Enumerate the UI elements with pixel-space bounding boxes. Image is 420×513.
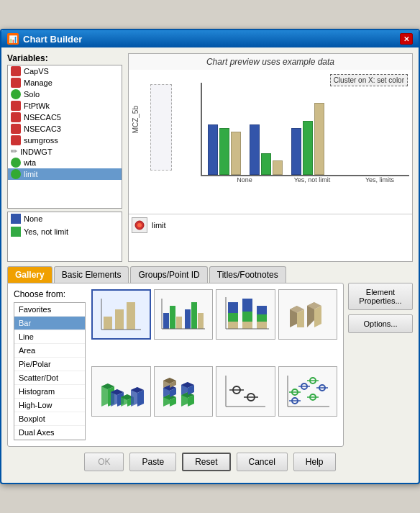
x-label-none: None xyxy=(215,176,274,183)
scale-icon xyxy=(11,112,21,122)
gallery-item-pie-polar[interactable]: Pie/Polar xyxy=(14,358,85,371)
bottom-buttons: OK Paste Reset Cancel Help xyxy=(7,447,413,477)
bar-tan-3 xyxy=(314,103,324,175)
main-panel: Choose from: Favorites Bar Line Area Pie… xyxy=(7,283,344,447)
thumbnail-3d-bar[interactable] xyxy=(278,289,338,340)
thumb-3d-stacked-svg xyxy=(160,372,206,412)
title-bar-left: 📊 Chart Builder xyxy=(7,33,82,45)
cancel-button[interactable]: Cancel xyxy=(237,453,288,471)
help-button[interactable]: Help xyxy=(293,453,336,471)
gallery-item-area[interactable]: Area xyxy=(14,344,85,358)
chart-legend: limit xyxy=(129,214,412,236)
svg-rect-10 xyxy=(185,309,191,329)
legend-icon-container xyxy=(132,217,147,233)
tab-titles-footnotes[interactable]: Titles/Footnotes xyxy=(209,266,286,283)
list-item[interactable]: Manage xyxy=(8,77,122,88)
gallery-item-boxplot[interactable]: Boxplot xyxy=(14,412,85,426)
bar-group-1 xyxy=(208,124,241,175)
main-content: Variables: CapVS Manage Solo xyxy=(1,47,419,483)
legend-item: None xyxy=(8,212,122,225)
svg-rect-9 xyxy=(176,317,182,329)
svg-rect-17 xyxy=(228,322,238,329)
var-name: Manage xyxy=(24,78,52,87)
scale-icon xyxy=(11,101,21,111)
thumb-clustered-bar-svg xyxy=(160,295,206,335)
svg-rect-23 xyxy=(257,322,267,329)
thumbnail-stacked-bar[interactable] xyxy=(216,289,275,340)
gallery-item-high-low[interactable]: High-Low xyxy=(14,399,85,412)
right-panel: ElementProperties... Options... xyxy=(348,283,413,447)
bar-blue-3 xyxy=(291,128,301,175)
bar-tan-2 xyxy=(273,160,283,175)
thumbnail-clustered-bar[interactable] xyxy=(154,289,214,340)
list-item[interactable]: ✏ INDWGT xyxy=(8,146,122,157)
gallery-item-dual-axes[interactable]: Dual Axes xyxy=(14,426,85,440)
svg-marker-43 xyxy=(137,390,144,407)
bar-blue-1 xyxy=(208,124,218,175)
var-name: wta xyxy=(24,158,36,167)
thumb-stacked-bar-svg xyxy=(222,295,269,335)
bar-group-2 xyxy=(250,124,283,175)
svg-rect-16 xyxy=(228,313,238,322)
var-name: CapVS xyxy=(24,67,49,76)
list-item[interactable]: CapVS xyxy=(8,65,122,77)
bar-group-3 xyxy=(291,103,324,175)
tab-groups-point-id[interactable]: Groups/Point ID xyxy=(130,266,207,283)
thumbnail-simple-bar[interactable] xyxy=(91,289,151,340)
bar-tan-1 xyxy=(231,132,241,175)
gallery-item-scatter-dot[interactable]: Scatter/Dot xyxy=(14,371,85,385)
thumb-simple-bar-svg xyxy=(98,295,145,335)
scale-icon xyxy=(11,135,21,145)
gallery-item-bar[interactable]: Bar xyxy=(14,317,85,330)
main-area: Choose from: Favorites Bar Line Area Pie… xyxy=(7,283,413,447)
svg-rect-21 xyxy=(257,306,267,314)
nominal-icon xyxy=(11,89,21,99)
drag-drop-zone[interactable] xyxy=(150,84,172,171)
gallery-list: Favorites Bar Line Area Pie/Polar Scatte… xyxy=(14,302,86,440)
svg-rect-20 xyxy=(242,322,252,329)
thumb-3d-bar-svg xyxy=(284,295,331,335)
choose-from-label: Choose from: xyxy=(14,289,86,299)
chart-preview-panel: Chart preview uses example data Cluster … xyxy=(128,53,413,262)
gallery-item-line[interactable]: Line xyxy=(14,330,85,344)
thumbnail-3d-stacked[interactable] xyxy=(154,366,214,417)
var-name: NSECAC5 xyxy=(24,113,61,122)
thumbnail-3d-clustered[interactable] xyxy=(91,366,151,417)
cluster-button[interactable]: Cluster on X: set color xyxy=(330,74,408,86)
pencil-icon: ✏ xyxy=(11,147,17,156)
reset-button[interactable]: Reset xyxy=(182,453,230,471)
close-button[interactable]: ✕ xyxy=(400,33,413,45)
paste-button[interactable]: Paste xyxy=(129,453,176,471)
ok-button[interactable]: OK xyxy=(84,453,124,471)
top-section: Variables: CapVS Manage Solo xyxy=(7,53,413,262)
list-item[interactable]: NSECAC3 xyxy=(8,123,122,135)
app-icon: 📊 xyxy=(7,33,19,45)
var-name: NSECAC3 xyxy=(24,124,61,133)
x-axis-labels: None Yes, not limit Yes, limits xyxy=(215,176,409,183)
options-button[interactable]: Options... xyxy=(348,314,413,333)
legend-color-none xyxy=(11,214,21,224)
nominal-icon xyxy=(11,169,21,179)
element-properties-button[interactable]: ElementProperties... xyxy=(348,283,413,310)
variable-list-container[interactable]: CapVS Manage Solo FtPtWk xyxy=(7,65,122,209)
tab-basic-elements[interactable]: Basic Elements xyxy=(54,266,129,283)
title-bar: 📊 Chart Builder ✕ xyxy=(1,30,419,47)
list-item[interactable]: limit xyxy=(8,168,122,180)
var-name: FtPtWk xyxy=(24,101,50,110)
list-item[interactable]: FtPtWk xyxy=(8,100,122,112)
chart-preview-label: Chart preview uses example data xyxy=(129,54,412,70)
chart-thumbnails xyxy=(91,289,337,440)
list-item[interactable]: wta xyxy=(8,157,122,168)
gallery-item-histogram[interactable]: Histogram xyxy=(14,385,85,399)
list-item[interactable]: Solo xyxy=(8,88,122,100)
gallery-item-favorites[interactable]: Favorites xyxy=(14,303,85,317)
variable-legend: None Yes, not limit xyxy=(7,212,122,262)
tab-gallery[interactable]: Gallery xyxy=(7,266,52,283)
y-axis-label: MCZ_5b xyxy=(132,106,140,133)
legend-label: None xyxy=(24,214,42,223)
list-item[interactable]: sumgross xyxy=(8,135,122,146)
list-item[interactable]: NSECAC5 xyxy=(8,112,122,123)
bar-groups xyxy=(201,83,409,176)
thumbnail-dot-cluster[interactable] xyxy=(278,366,338,417)
thumbnail-dot-plot[interactable] xyxy=(216,366,275,417)
